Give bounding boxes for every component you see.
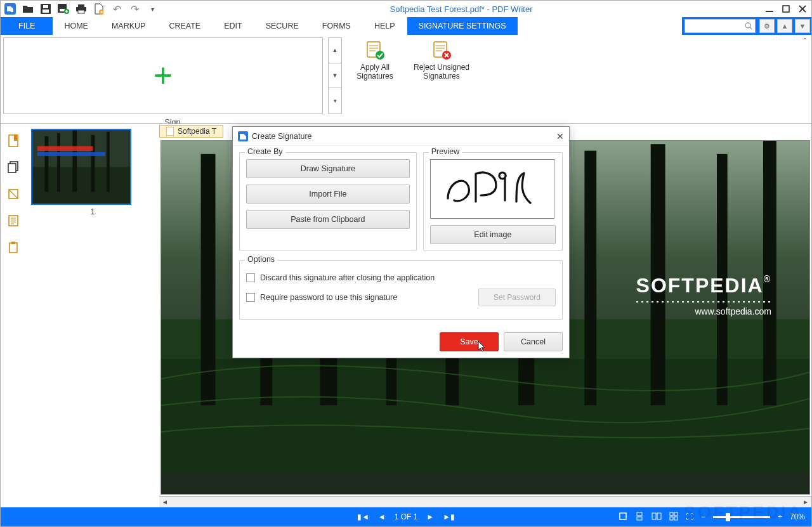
svg-rect-9 (78, 4, 84, 7)
svg-rect-22 (8, 164, 16, 172)
create-by-label: Create By (245, 147, 285, 156)
view-facing-icon[interactable] (652, 512, 662, 523)
redo-icon[interactable]: ↷ (129, 3, 140, 15)
require-password-checkbox[interactable] (246, 293, 255, 302)
discard-label: Discard this signature after closing the… (260, 273, 435, 282)
reject-unsigned-button[interactable]: Reject Unsigned Signatures (405, 35, 478, 123)
view-grid-icon[interactable] (669, 512, 678, 523)
first-page-icon[interactable]: ▮◄ (357, 512, 369, 521)
apply-all-signatures-button[interactable]: Apply All Signatures (344, 35, 405, 123)
save-as-icon[interactable] (58, 3, 69, 15)
tab-signature-settings[interactable]: SIGNATURE SETTINGS (407, 17, 518, 35)
paste-clipboard-button[interactable]: Paste from Clipboard (246, 210, 410, 229)
zoom-in-icon[interactable]: + (778, 512, 782, 521)
document-tab[interactable]: Softpedia T (159, 125, 223, 138)
discard-checkbox[interactable] (246, 273, 255, 282)
svg-rect-53 (652, 513, 656, 519)
layers-icon[interactable] (6, 187, 20, 201)
gallery-spinner: ▲ ▼ ▾ (328, 37, 342, 114)
import-file-button[interactable]: Import File (246, 185, 410, 204)
minimize-button[interactable] (764, 4, 775, 13)
dialog-icon (238, 131, 248, 141)
close-button[interactable] (797, 4, 808, 13)
svg-rect-32 (91, 135, 95, 192)
svg-rect-57 (670, 517, 673, 520)
collapse-ribbon-icon[interactable]: ˆ (804, 37, 806, 46)
open-icon[interactable] (22, 3, 34, 15)
svg-point-14 (745, 23, 750, 28)
svg-rect-35 (37, 152, 105, 156)
dialog-close-button[interactable]: ✕ (556, 131, 564, 141)
tab-edit[interactable]: EDIT (213, 17, 254, 35)
save-icon[interactable] (40, 3, 51, 15)
svg-rect-4 (43, 5, 48, 8)
tab-home[interactable]: HOME (53, 17, 100, 35)
save-button[interactable]: Save (440, 332, 499, 351)
set-password-button[interactable]: Set Password (478, 289, 556, 306)
cancel-button[interactable]: Cancel (504, 332, 563, 351)
next-page-icon[interactable]: ► (426, 512, 434, 521)
print-icon[interactable] (75, 3, 87, 15)
status-bar: ▮◄ ◄ 1 OF 1 ► ►▮ ⛶ − + 70% (1, 507, 811, 526)
edit-image-button[interactable]: Edit image (430, 225, 556, 244)
gallery-more-icon[interactable]: ▾ (329, 88, 341, 113)
horizontal-scrollbar[interactable]: ◄► (159, 496, 811, 507)
add-signature-icon: + (154, 56, 173, 94)
blank-page-icon[interactable] (93, 3, 105, 15)
pages-icon[interactable] (6, 160, 20, 174)
view-single-icon[interactable] (619, 512, 627, 523)
tab-create[interactable]: CREATE (157, 17, 213, 35)
view-continuous-icon[interactable] (635, 512, 644, 523)
gallery-down-icon[interactable]: ▼ (329, 63, 341, 89)
zoom-level: 70% (790, 512, 805, 521)
svg-rect-33 (107, 132, 110, 192)
tab-secure[interactable]: SECURE (254, 17, 311, 35)
dialog-title: Create Signature (252, 132, 312, 141)
last-page-icon[interactable]: ►▮ (443, 512, 455, 521)
page-indicator: 1 OF 1 (395, 512, 418, 521)
zoom-out-icon[interactable]: − (701, 512, 705, 521)
svg-rect-52 (637, 517, 642, 520)
undo-icon[interactable]: ↶ (111, 3, 122, 15)
svg-rect-36 (166, 127, 174, 136)
pdf-icon (166, 127, 174, 136)
svg-rect-6 (60, 9, 65, 11)
zoom-slider[interactable] (713, 516, 770, 518)
svg-rect-56 (674, 512, 678, 516)
tab-markup[interactable]: MARKUP (100, 17, 157, 35)
nav-down-button[interactable]: ▼ (795, 19, 810, 33)
tab-forms[interactable]: FORMS (311, 17, 363, 35)
signature-preview (430, 159, 554, 219)
comments-icon[interactable] (6, 214, 20, 228)
draw-signature-button[interactable]: Draw Signature (246, 159, 410, 178)
customize-qa-icon[interactable]: ▾ (147, 3, 158, 15)
bookmarks-icon[interactable] (6, 134, 20, 148)
svg-rect-39 (161, 359, 809, 471)
prev-page-icon[interactable]: ◄ (378, 512, 386, 521)
svg-rect-29 (44, 136, 48, 192)
svg-rect-58 (674, 517, 678, 520)
svg-rect-49 (763, 141, 776, 405)
tab-file[interactable]: FILE (1, 17, 53, 35)
tab-help[interactable]: HELP (363, 17, 407, 35)
gallery-up-icon[interactable]: ▲ (329, 38, 341, 63)
svg-rect-46 (584, 151, 596, 405)
fullscreen-icon[interactable]: ⛶ (686, 512, 693, 521)
preview-label: Preview (429, 147, 462, 156)
window-title: Softpedia Test Forest.pdf* - PDF Writer (158, 4, 764, 14)
svg-rect-1 (6, 11, 11, 13)
svg-rect-51 (637, 512, 642, 516)
clipboard-icon[interactable] (6, 240, 20, 254)
maximize-button[interactable] (781, 4, 791, 13)
require-password-label: Require password to use this signature (260, 293, 397, 302)
quick-access-toolbar: ↶ ↷ ▾ (4, 3, 158, 15)
sign-gallery[interactable]: + (3, 37, 323, 114)
app-icon (4, 3, 16, 15)
side-panel-tools (1, 124, 26, 507)
cursor-icon (478, 341, 487, 352)
search-input[interactable] (684, 19, 756, 33)
svg-rect-54 (657, 513, 661, 519)
page-thumbnail[interactable] (31, 129, 131, 205)
nav-up-button[interactable]: ▲ (777, 19, 792, 33)
settings-button[interactable]: ⚙ (759, 19, 775, 33)
